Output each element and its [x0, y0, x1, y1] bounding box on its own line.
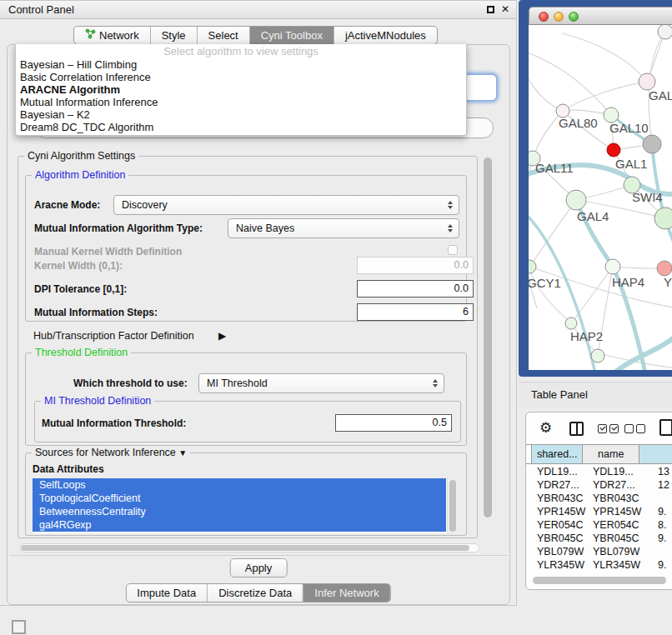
algorithm-option[interactable]: ARACNE Algorithm: [16, 83, 466, 96]
algorithm-option[interactable]: Bayesian – K2: [16, 108, 466, 121]
data-attribute-item[interactable]: BetweennessCentrality: [33, 505, 446, 518]
algorithm-option[interactable]: Bayesian – Hill Climbing: [16, 58, 466, 71]
table-row[interactable]: YIL052CYIL052C9: [531, 572, 672, 574]
tab-label: Infer Network: [314, 584, 379, 602]
table-row[interactable]: YDL19...YDL19...13: [531, 465, 672, 478]
mi-threshold-field[interactable]: 0.5: [335, 414, 452, 432]
tab-label: Select: [208, 27, 238, 44]
network-tab-icon: [85, 27, 96, 44]
network-node-label: GAL10: [609, 121, 649, 135]
tab-infer-network[interactable]: Infer Network: [303, 584, 389, 602]
which-threshold-label: Which threshold to use:: [73, 378, 188, 389]
network-node[interactable]: [591, 349, 604, 362]
data-attribute-item[interactable]: TopologicalCoefficient: [33, 492, 446, 505]
table-cell: YLR345W: [531, 558, 589, 572]
table-cell: YIL052C: [531, 572, 589, 574]
combo-value: Naive Bayes: [236, 219, 294, 238]
horizontal-scrollbar[interactable]: [19, 543, 479, 552]
table-panel-card: ⚙ shared... name YDL19...YDL19...13YDR27…: [525, 412, 672, 590]
zoom-traffic-light[interactable]: [569, 12, 579, 22]
kernel-width-field[interactable]: 0.0: [357, 257, 474, 274]
threshold-definition-group: Threshold Definition Which threshold to …: [25, 352, 467, 446]
mi-algorithm-type-combo[interactable]: Naive Bayes: [228, 218, 459, 238]
tab-cyni-toolbox[interactable]: Cyni Toolbox: [249, 27, 333, 44]
collapse-right-icon[interactable]: ▶: [218, 330, 226, 342]
network-node-label: GAL4: [577, 209, 609, 223]
network-node[interactable]: [607, 143, 620, 157]
table-row[interactable]: YDR27...YDR27...12: [531, 478, 672, 492]
control-panel-window: Control Panel ✕ Network Style Select Cyn…: [0, 0, 517, 606]
data-attribute-item[interactable]: gal4RGexp: [33, 518, 446, 532]
network-node[interactable]: [658, 25, 672, 39]
minimized-panel-icon[interactable]: [12, 620, 26, 634]
network-node-label: GAL: [649, 88, 672, 102]
table-row[interactable]: YER054CYER054C8.: [531, 518, 672, 532]
network-node-gal[interactable]: [639, 73, 655, 90]
apply-button[interactable]: Apply: [230, 558, 288, 578]
gear-icon[interactable]: ⚙: [539, 419, 552, 437]
network-node[interactable]: [643, 135, 661, 153]
table-row[interactable]: YBL079WYBL079W: [531, 545, 672, 558]
tab-label: jActiveMNodules: [345, 27, 426, 44]
network-node-hap4[interactable]: [605, 259, 620, 274]
stepper-icon: [433, 379, 438, 388]
minimize-traffic-light[interactable]: [554, 12, 564, 22]
table-cell: 9.: [654, 532, 672, 545]
manual-kernel-checkbox[interactable]: [448, 245, 458, 255]
table-row[interactable]: YPR145WYPR145W9.: [531, 505, 672, 518]
dpi-tolerance-field[interactable]: 0.0: [357, 280, 474, 298]
network-node-swi4[interactable]: [654, 208, 672, 229]
vertical-scrollbar[interactable]: [484, 158, 492, 518]
table-row[interactable]: YLR345WYLR345W9.: [531, 558, 672, 572]
network-node-gcy1[interactable]: [529, 260, 536, 273]
select-all-icon[interactable]: [598, 424, 619, 433]
data-attribute-item[interactable]: SelfLoops: [33, 478, 446, 492]
tab-label: Network: [99, 27, 139, 44]
document-icon[interactable]: [659, 419, 672, 436]
which-threshold-combo[interactable]: MI Threshold: [198, 373, 444, 393]
algorithm-option[interactable]: Dream8 DC_TDC Algorithm: [16, 121, 466, 133]
table-cell: YBR045C: [531, 532, 589, 545]
aracne-mode-combo[interactable]: Discovery: [113, 195, 459, 215]
mi-steps-field[interactable]: 6: [357, 303, 474, 321]
algorithm-option[interactable]: Basic Correlation Inference: [16, 71, 466, 83]
close-icon[interactable]: ✕: [501, 3, 509, 15]
table-cell: YPR145W: [589, 505, 654, 518]
table-horizontal-scrollbar[interactable]: [533, 577, 672, 585]
control-panel-titlebar: Control Panel ✕: [0, 1, 516, 19]
network-svg: GALGAL80GAL10GAL11GAL1SWI4GAL4GCY1HAP4YH…: [529, 25, 672, 370]
column-header-name[interactable]: name: [583, 445, 639, 463]
mi-type-label: Mutual Information Algorithm Type:: [34, 222, 203, 234]
table-cell: YER054C: [531, 518, 589, 532]
table-panel-bar: Table Panel: [519, 382, 672, 407]
deselect-all-icon[interactable]: [624, 424, 645, 433]
list-scrollbar[interactable]: [447, 478, 458, 533]
table-row[interactable]: YBR045CYBR045C9.: [531, 532, 672, 545]
network-node-hap2[interactable]: [565, 318, 577, 329]
table-row[interactable]: YBR043CYBR043C: [531, 492, 672, 505]
table-cell: 9.: [654, 558, 672, 572]
inference-algorithm-combo-fragment[interactable]: [464, 74, 497, 101]
tab-discretize-data[interactable]: Discretize Data: [207, 584, 303, 602]
tab-jactivemnodules[interactable]: jActiveMNodules: [333, 27, 437, 44]
column-header-shared-name[interactable]: shared...: [531, 445, 583, 463]
network-node-gal4[interactable]: [566, 190, 586, 210]
stepper-icon: [448, 201, 453, 209]
algorithm-option[interactable]: Mutual Information Inference: [16, 96, 466, 108]
network-canvas[interactable]: GALGAL80GAL10GAL11GAL1SWI4GAL4GCY1HAP4YH…: [529, 25, 672, 370]
tab-impute-data[interactable]: Impute Data: [126, 584, 207, 602]
close-traffic-light[interactable]: [539, 12, 549, 22]
split-columns-icon[interactable]: [569, 422, 584, 436]
network-node-y[interactable]: [657, 261, 672, 276]
table-cell: 12: [654, 478, 672, 492]
dpi-tolerance-label: DPI Tolerance [0,1]:: [34, 283, 127, 295]
kernel-width-label: Kernel Width (0,1):: [34, 260, 123, 272]
group-title: Cyni Algorithm Settings: [24, 150, 138, 162]
control-panel-title: Control Panel: [8, 3, 74, 16]
tab-select[interactable]: Select: [197, 27, 249, 44]
float-window-icon[interactable]: [487, 6, 494, 13]
expand-down-icon[interactable]: ▼: [178, 448, 187, 458]
tab-style[interactable]: Style: [150, 27, 197, 44]
column-header-cut[interactable]: [639, 445, 672, 463]
tab-network[interactable]: Network: [74, 27, 150, 44]
